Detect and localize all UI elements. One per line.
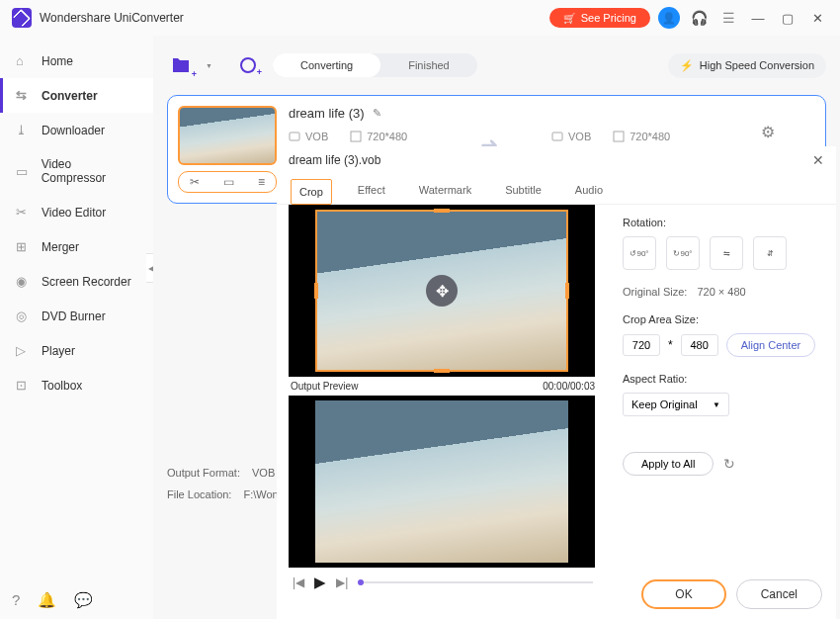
see-pricing-button[interactable]: See Pricing bbox=[549, 8, 650, 28]
downloader-icon: ⤓ bbox=[16, 123, 32, 137]
aspect-ratio-dropdown[interactable]: Keep Original▼ bbox=[623, 393, 729, 416]
bell-icon[interactable]: 🔔 bbox=[38, 591, 56, 609]
sidebar-item-label: Home bbox=[42, 54, 73, 68]
compressor-icon: ▭ bbox=[16, 164, 32, 179]
sidebar-item-compressor[interactable]: ▭Video Compressor bbox=[0, 147, 153, 195]
original-size-value: 720 × 480 bbox=[697, 286, 745, 298]
dst-format: VOB bbox=[551, 131, 591, 142]
original-size-label: Original Size: bbox=[623, 286, 687, 298]
sidebar-item-label: Video Compressor bbox=[42, 157, 137, 185]
close-editor-button[interactable]: ✕ bbox=[812, 152, 824, 168]
crop-handle-top[interactable] bbox=[434, 209, 450, 213]
crop-handle-bottom[interactable] bbox=[434, 369, 450, 373]
video-thumbnail[interactable] bbox=[178, 106, 277, 165]
merger-icon: ⊞ bbox=[16, 239, 32, 254]
close-button[interactable]: ✕ bbox=[806, 7, 828, 29]
flip-vertical-button[interactable]: ⇵ bbox=[753, 236, 787, 270]
player-icon: ▷ bbox=[16, 343, 32, 358]
minimize-button[interactable]: — bbox=[747, 7, 769, 29]
settings-icon[interactable]: ⚙ bbox=[761, 123, 783, 141]
timeline-scrubber[interactable] bbox=[358, 581, 593, 583]
crop-handle-right[interactable] bbox=[565, 283, 569, 299]
crop-height-input[interactable] bbox=[681, 334, 718, 356]
add-file-button[interactable]: + bbox=[167, 53, 195, 77]
apply-to-all-button[interactable]: Apply to All bbox=[623, 452, 714, 476]
aspect-ratio-label: Aspect Ratio: bbox=[623, 373, 818, 385]
edit-name-icon[interactable]: ✎ bbox=[373, 107, 381, 120]
dst-resolution: 720*480 bbox=[613, 131, 670, 142]
tab-subtitle[interactable]: Subtitle bbox=[497, 178, 549, 204]
prev-frame-button[interactable]: |◀ bbox=[293, 575, 304, 589]
trim-icon[interactable]: ✂ bbox=[190, 175, 200, 189]
tab-effect[interactable]: Effect bbox=[350, 178, 393, 204]
svg-rect-1 bbox=[290, 133, 299, 140]
crop-source-frame[interactable]: ✥ bbox=[289, 205, 595, 377]
move-icon[interactable]: ✥ bbox=[426, 275, 458, 307]
sidebar: ⌂Home ⇆Converter ⤓Downloader ▭Video Comp… bbox=[0, 36, 153, 619]
tab-crop[interactable]: Crop bbox=[291, 179, 332, 205]
sidebar-item-home[interactable]: ⌂Home bbox=[0, 44, 153, 78]
help-icon[interactable]: ? bbox=[12, 591, 20, 609]
chat-icon[interactable]: 💬 bbox=[74, 591, 93, 609]
svg-rect-2 bbox=[351, 132, 361, 141]
file-name: dream life (3) bbox=[289, 106, 365, 121]
sidebar-item-downloader[interactable]: ⤓Downloader bbox=[0, 113, 153, 147]
sidebar-item-label: Converter bbox=[42, 89, 98, 103]
tab-watermark[interactable]: Watermark bbox=[411, 178, 479, 204]
maximize-button[interactable]: ▢ bbox=[777, 7, 798, 29]
editor-icon: ✂ bbox=[16, 205, 32, 220]
recorder-icon: ◉ bbox=[16, 274, 32, 289]
tab-converting[interactable]: Converting bbox=[273, 53, 380, 77]
crop-handle-left[interactable] bbox=[314, 283, 318, 299]
user-avatar-icon[interactable]: 👤 bbox=[658, 7, 680, 29]
sidebar-item-label: DVD Burner bbox=[42, 310, 106, 323]
sidebar-item-label: Player bbox=[42, 344, 75, 358]
crop-size-label: Crop Area Size: bbox=[623, 313, 818, 325]
output-preview-frame bbox=[289, 396, 595, 568]
sidebar-item-recorder[interactable]: ◉Screen Recorder bbox=[0, 264, 153, 299]
flip-horizontal-button[interactable]: ⇋ bbox=[710, 236, 743, 270]
play-button[interactable]: ▶ bbox=[314, 574, 326, 591]
headset-icon[interactable]: 🎧 bbox=[688, 7, 710, 29]
reset-icon[interactable]: ↻ bbox=[723, 456, 735, 472]
sidebar-item-label: Screen Recorder bbox=[42, 275, 131, 289]
converter-icon: ⇆ bbox=[16, 88, 32, 103]
src-resolution: 720*480 bbox=[350, 131, 407, 142]
thumb-tools: ✂ ▭ ≡ bbox=[178, 171, 277, 193]
editor-title: dream life (3).vob bbox=[289, 153, 380, 167]
src-format: VOB bbox=[289, 131, 328, 142]
high-speed-toggle[interactable]: High Speed Conversion bbox=[668, 53, 826, 78]
align-center-button[interactable]: Align Center bbox=[726, 333, 816, 357]
status-tabs: Converting Finished bbox=[273, 53, 477, 77]
next-frame-button[interactable]: ▶| bbox=[336, 575, 348, 589]
crop-width-input[interactable] bbox=[623, 334, 660, 356]
svg-point-0 bbox=[241, 58, 255, 72]
sidebar-item-player[interactable]: ▷Player bbox=[0, 333, 153, 368]
sidebar-item-label: Toolbox bbox=[42, 379, 82, 393]
tab-finished[interactable]: Finished bbox=[380, 53, 477, 77]
sidebar-item-toolbox[interactable]: ⊡Toolbox bbox=[0, 368, 153, 402]
file-location-label: File Location: bbox=[167, 488, 231, 500]
toolbox-icon: ⊡ bbox=[16, 378, 32, 393]
sidebar-item-editor[interactable]: ✂Video Editor bbox=[0, 195, 153, 229]
sidebar-item-merger[interactable]: ⊞Merger bbox=[0, 229, 153, 264]
svg-rect-5 bbox=[614, 132, 624, 141]
ok-button[interactable]: OK bbox=[641, 579, 725, 609]
home-icon: ⌂ bbox=[16, 53, 32, 68]
sidebar-item-dvd[interactable]: ◎DVD Burner bbox=[0, 299, 153, 333]
output-format-label: Output Format: bbox=[167, 467, 240, 479]
cancel-button[interactable]: Cancel bbox=[736, 579, 822, 609]
sidebar-item-label: Merger bbox=[42, 240, 79, 254]
output-preview-label: Output Preview bbox=[291, 381, 358, 392]
add-url-button[interactable]: + bbox=[234, 53, 262, 77]
hamburger-menu-icon[interactable]: ☰ bbox=[717, 7, 739, 29]
sidebar-item-converter[interactable]: ⇆Converter bbox=[0, 78, 153, 113]
chevron-down-icon[interactable]: ▼ bbox=[206, 62, 212, 69]
titlebar: Wondershare UniConverter See Pricing 👤 🎧… bbox=[0, 0, 840, 36]
more-icon[interactable]: ≡ bbox=[258, 175, 265, 189]
rotate-cw-button[interactable]: ↻90° bbox=[666, 236, 700, 270]
rotate-ccw-button[interactable]: ↺90° bbox=[623, 236, 656, 270]
crop-icon[interactable]: ▭ bbox=[223, 175, 234, 189]
tab-audio[interactable]: Audio bbox=[567, 178, 611, 204]
preview-time: 00:00/00:03 bbox=[543, 381, 595, 392]
